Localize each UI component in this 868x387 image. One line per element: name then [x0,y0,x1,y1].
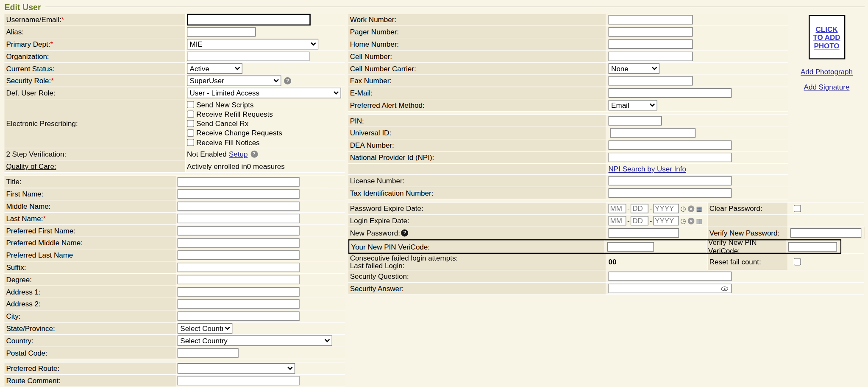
route-comment-input[interactable] [178,376,300,385]
row-alias: Alias: [4,26,345,39]
preferred-first-name-label-text: Preferred First Name: [6,227,75,235]
tax-id-label: Tax Identification Number: [348,187,606,199]
receive-refill-requests-checkbox[interactable] [187,110,194,118]
receive-fill-notices-checkbox[interactable] [187,139,194,146]
add-photograph-link[interactable]: Add Photograph [801,68,853,76]
new-pin-vericode-input[interactable] [607,242,654,251]
alias-label-text: Alias: [6,28,24,36]
clear-date-icon[interactable]: × [688,205,695,212]
title-input[interactable] [178,177,300,186]
right-section-spacer [348,112,788,115]
row-current-status: Current Status: Active [4,63,345,75]
work-number-input[interactable] [609,15,693,24]
dea-number-input[interactable] [609,140,732,150]
cell-number-input[interactable] [609,52,693,61]
first-name-input[interactable] [178,189,300,199]
two-step-setup-link[interactable]: Setup [229,150,248,158]
security-answer-input[interactable] [609,284,732,293]
address1-input[interactable] [178,287,300,297]
login-expire-mm-input[interactable] [609,216,626,225]
right-top-section: Work Number: Pager Number: Home Number: … [348,14,864,199]
add-signature-link[interactable]: Add Signature [804,83,850,91]
send-new-scripts-checkbox[interactable] [187,101,194,108]
security-role-label-text: Security Role: [6,77,51,85]
row-pager-number: Pager Number: [348,26,788,39]
organization-label: Organization: [4,50,186,62]
verify-new-password-input[interactable] [790,228,862,238]
reset-fail-count-label-text: Reset fail count: [709,258,761,266]
show-password-eye-icon[interactable] [721,286,728,291]
cell-number-carrier-cell: None [606,63,788,74]
preferred-middle-name-input[interactable] [178,238,300,247]
title-cell [176,176,345,188]
reset-fail-count-checkbox[interactable] [794,258,801,266]
calendar-icon[interactable]: ▦ [696,217,703,224]
security-role-select[interactable]: SuperUser [187,76,281,86]
preferred-first-name-input[interactable] [178,226,300,236]
verify-new-pin-vericode-label-text: Verify New PIN VeriCode: [708,238,787,255]
home-number-input[interactable] [609,39,693,49]
middle-name-input[interactable] [178,202,300,211]
ep-option-send-cancel-rx: Send Cancel Rx [187,119,248,128]
password-expire-dd-input[interactable] [631,204,648,213]
npi-cell [606,151,788,163]
universal-id-input[interactable] [610,128,696,137]
pager-number-input[interactable] [609,27,693,36]
last-name-input[interactable] [178,214,300,223]
preferred-last-name-input[interactable] [178,250,300,260]
clear-date-icon[interactable]: × [688,217,695,224]
alias-input[interactable] [187,27,256,36]
receive-change-requests-checkbox[interactable] [187,129,194,137]
address2-input[interactable] [178,299,300,308]
security-role-cell: SuperUser ? [186,75,345,87]
new-password-input[interactable] [609,228,679,238]
row-middle-name: Middle Name: [4,200,345,213]
new-password-label: New Password: ? [348,227,606,238]
pin-input[interactable] [609,116,662,126]
degree-input[interactable] [178,275,300,284]
email-input[interactable] [609,88,732,98]
row-primary-dept: Primary Dept:* MIE [4,38,345,50]
login-expire-dd-input[interactable] [631,216,648,225]
current-status-select[interactable]: Active [187,63,242,74]
cell-number-carrier-select[interactable]: None [609,63,659,74]
two-step-help-icon[interactable]: ? [250,151,258,158]
verify-new-password-label-text: Verify New Password: [709,229,779,237]
row-state-province: State/Province: Select Country [4,322,345,335]
password-expire-yyyy-input[interactable] [653,204,679,213]
preferred-alert-method-select[interactable]: Email [609,100,657,111]
city-input[interactable] [178,311,300,321]
degree-label: Degree: [4,274,176,285]
send-new-scripts-label: Send New Scripts [196,101,253,109]
login-expire-yyyy-input[interactable] [653,216,679,225]
def-user-role-select[interactable]: User - Limited Access [187,88,341,98]
clock-icon[interactable]: ◷ [680,205,686,212]
verify-new-pin-vericode-input[interactable] [788,242,837,251]
clear-password-checkbox[interactable] [794,205,801,212]
password-expire-mm-input[interactable] [609,204,626,213]
postal-code-input[interactable] [178,348,239,358]
suffix-input[interactable] [178,263,300,272]
clock-icon[interactable]: ◷ [680,217,686,224]
new-password-cell [606,227,707,238]
tax-id-input[interactable] [609,188,732,198]
quality-of-care-link[interactable]: Quality of Care: [6,162,56,171]
cell-number-carrier-label: Cell Number Carrier: [348,63,606,74]
fax-number-input[interactable] [609,76,693,85]
username-input[interactable] [187,14,311,25]
calendar-icon[interactable]: ▦ [696,205,703,212]
primary-dept-select[interactable]: MIE [187,39,318,50]
right-form-region: Work Number: Pager Number: Home Number: … [348,14,864,295]
security-role-help-icon[interactable]: ? [284,77,291,84]
send-cancel-rx-checkbox[interactable] [187,120,194,127]
license-number-input[interactable] [609,176,732,185]
state-province-select[interactable]: Select Country [178,323,233,334]
add-photo-placeholder[interactable]: CLICK TO ADD PHOTO [808,15,845,59]
npi-search-link[interactable]: NPI Search by User Info [609,165,686,174]
preferred-route-select[interactable] [178,363,295,374]
organization-input[interactable] [187,52,309,61]
country-select[interactable]: Select Country [178,335,332,346]
npi-input[interactable] [609,153,732,162]
new-password-help-icon[interactable]: ? [401,229,409,236]
security-question-input[interactable] [609,272,732,281]
